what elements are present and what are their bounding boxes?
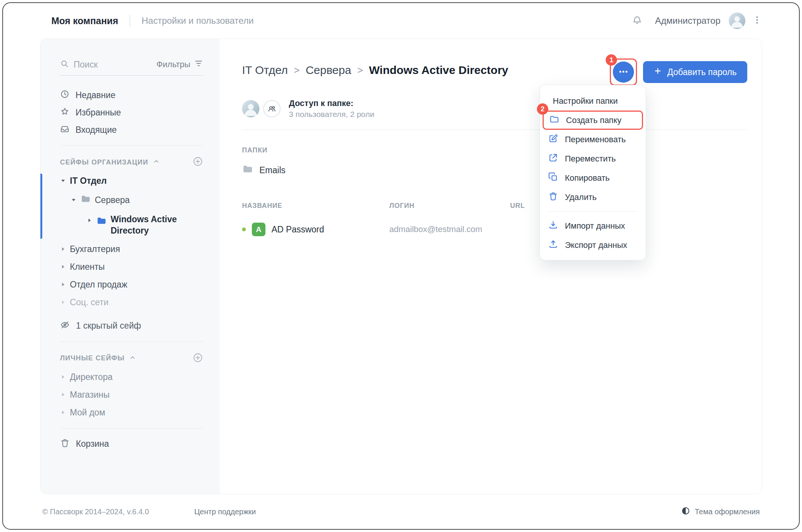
personal-safes-tree: Директора Магазины Мой дом bbox=[60, 368, 203, 421]
copy-icon bbox=[548, 172, 558, 184]
caret-right-icon[interactable] bbox=[60, 244, 66, 254]
breadcrumb-item[interactable]: Сервера bbox=[305, 64, 351, 77]
breadcrumb-item[interactable]: IT Отдел bbox=[242, 64, 288, 77]
menu-item-label: Переместить bbox=[565, 154, 616, 164]
star-icon bbox=[60, 107, 69, 118]
access-title: Доступ к папке: bbox=[289, 98, 375, 108]
personal-safes-section-header[interactable]: ЛИЧНЫЕ СЕЙФЫ bbox=[60, 349, 203, 368]
settings-users-link[interactable]: Настройки и пользователи bbox=[142, 15, 254, 26]
ellipsis-icon bbox=[618, 66, 629, 78]
menu-item-move[interactable]: Переместить bbox=[540, 149, 646, 168]
move-icon bbox=[548, 153, 558, 165]
menu-item-copy[interactable]: Копировать bbox=[540, 168, 646, 188]
tree-item-klienty[interactable]: Клиенты bbox=[60, 258, 203, 276]
filter-icon bbox=[194, 59, 203, 70]
kebab-menu-icon[interactable] bbox=[752, 15, 762, 26]
section-label: СЕЙФЫ ОРГАНИЗАЦИИ bbox=[60, 158, 148, 166]
sidebar-item-recent[interactable]: Недавние bbox=[60, 86, 203, 104]
search-input[interactable] bbox=[74, 60, 123, 70]
passwords-table: НАЗВАНИЕ ЛОГИН URL ТЕГИ A AD Password ad… bbox=[242, 202, 747, 236]
search-icon bbox=[60, 59, 69, 70]
caret-down-icon[interactable] bbox=[60, 176, 66, 186]
annotation-step-badge: 2 bbox=[537, 103, 548, 115]
menu-item-label: Настройки папки bbox=[553, 96, 618, 106]
tree-item-buhgalteria[interactable]: Бухгалтерия bbox=[60, 240, 203, 258]
password-name[interactable]: AD Password bbox=[271, 224, 324, 235]
trash-label: Корзина bbox=[76, 439, 109, 449]
menu-item-rename[interactable]: Переименовать bbox=[540, 130, 646, 149]
caret-down-icon[interactable] bbox=[71, 195, 77, 205]
sidebar-item-label: Избранные bbox=[76, 108, 121, 118]
org-safes-section-header[interactable]: СЕЙФЫ ОРГАНИЗАЦИИ bbox=[60, 152, 203, 172]
filters-button[interactable]: Фильтры bbox=[156, 59, 203, 70]
tree-item-moj-dom[interactable]: Мой дом bbox=[60, 404, 203, 421]
tree-item-servers[interactable]: Сервера bbox=[60, 190, 203, 210]
folder-more-button[interactable] bbox=[613, 62, 634, 83]
menu-item-delete[interactable]: Удалить bbox=[540, 188, 646, 207]
sidebar-item-favorites[interactable]: Избранные bbox=[60, 104, 203, 121]
page-title: Windows Active Directory bbox=[369, 64, 508, 77]
tree-item-it-otdel[interactable]: IT Отдел bbox=[60, 172, 203, 190]
tree-item-direktora[interactable]: Директора bbox=[60, 368, 203, 386]
tree-item-soc-seti[interactable]: Соц. сети bbox=[60, 294, 203, 311]
user-role-label[interactable]: Администратор bbox=[655, 15, 720, 26]
menu-item-import[interactable]: Импорт данных bbox=[540, 216, 646, 235]
add-password-button[interactable]: Добавить пароль bbox=[643, 61, 747, 83]
caret-right-icon[interactable] bbox=[60, 280, 66, 290]
tree-item-label: Отдел продаж bbox=[70, 280, 127, 290]
caret-right-icon[interactable] bbox=[60, 407, 66, 418]
caret-right-icon[interactable] bbox=[60, 390, 66, 400]
footer: © Пассворк 2014–2024, v.6.4.0 Центр подд… bbox=[3, 494, 799, 529]
sidebar-item-label: Недавние bbox=[76, 90, 116, 100]
caret-right-icon[interactable] bbox=[60, 262, 66, 272]
company-name[interactable]: Моя компания bbox=[51, 15, 118, 26]
tree-item-label: Бухгалтерия bbox=[70, 244, 120, 254]
rename-icon bbox=[548, 134, 558, 146]
tree-item-windows-active-directory[interactable]: Windows Active Directory bbox=[60, 210, 203, 240]
menu-item-label: Копировать bbox=[565, 173, 609, 183]
password-initial-badge: A bbox=[252, 223, 265, 236]
add-safe-button[interactable] bbox=[193, 156, 203, 168]
users-icon[interactable] bbox=[263, 100, 281, 117]
folder-context-menu: Настройки папки 2 Создать папку Переимен… bbox=[540, 85, 646, 260]
theme-toggle[interactable]: Тема оформления bbox=[681, 506, 760, 517]
main-header: IT Отдел > Сервера > Windows Active Dire… bbox=[242, 58, 747, 86]
delete-icon bbox=[548, 191, 558, 203]
menu-item-create-folder[interactable]: 2 Создать папку bbox=[543, 111, 643, 130]
column-header-name: НАЗВАНИЕ bbox=[242, 202, 389, 210]
content-card: Фильтры Недавние Избранн bbox=[40, 38, 762, 494]
topbar: Моя компания Настройки и пользователи Ад… bbox=[3, 3, 799, 38]
tree-item-magaziny[interactable]: Магазины bbox=[60, 386, 203, 404]
quick-list: Недавние Избранные Входящие bbox=[60, 86, 203, 138]
tree-item-label: Windows Active Directory bbox=[111, 214, 190, 237]
menu-divider bbox=[548, 211, 637, 212]
active-branch: IT Отдел Сервера bbox=[60, 172, 203, 240]
trash-item[interactable]: Корзина bbox=[60, 435, 203, 453]
sidebar-item-inbox[interactable]: Входящие bbox=[60, 121, 203, 138]
org-safes-tree: IT Отдел Сервера bbox=[60, 172, 203, 311]
menu-item-label: Экспорт данных bbox=[565, 240, 627, 250]
caret-right-icon[interactable] bbox=[86, 215, 93, 226]
breadcrumb: IT Отдел > Сервера > Windows Active Dire… bbox=[242, 58, 508, 77]
avatar[interactable] bbox=[242, 100, 259, 117]
support-center-link[interactable]: Центр поддержки bbox=[194, 507, 256, 516]
menu-item-export[interactable]: Экспорт данных bbox=[540, 235, 646, 255]
menu-item-folder-settings[interactable]: Настройки папки bbox=[540, 91, 646, 111]
caret-right-icon[interactable] bbox=[60, 297, 66, 308]
bell-icon[interactable] bbox=[632, 15, 642, 27]
tree-item-label: Сервера bbox=[95, 195, 130, 205]
chevron-up-icon bbox=[129, 354, 136, 363]
theme-icon bbox=[681, 506, 690, 517]
folder-item-emails[interactable]: Emails bbox=[242, 163, 747, 177]
sidebar-divider bbox=[60, 341, 203, 342]
table-row[interactable]: A AD Password admailbox@testmail.com bbox=[242, 223, 747, 236]
filters-label: Фильтры bbox=[156, 60, 190, 69]
main-panel: IT Отдел > Сервера > Windows Active Dire… bbox=[219, 39, 762, 494]
hidden-safe-item[interactable]: 1 скрытый сейф bbox=[60, 317, 203, 335]
tree-item-otdel-prodazh[interactable]: Отдел продаж bbox=[60, 276, 203, 294]
hidden-safe-label: 1 скрытый сейф bbox=[76, 321, 141, 331]
avatar[interactable] bbox=[729, 12, 745, 29]
app-window: Моя компания Настройки и пользователи Ад… bbox=[2, 2, 800, 530]
add-personal-safe-button[interactable] bbox=[193, 352, 203, 364]
caret-right-icon[interactable] bbox=[60, 372, 66, 382]
